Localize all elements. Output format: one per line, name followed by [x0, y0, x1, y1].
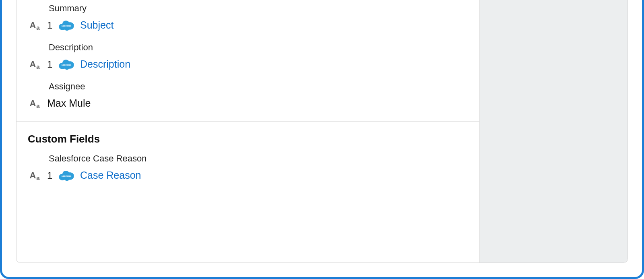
text-type-icon: Aa	[28, 60, 41, 69]
mapping-order-summary: 1	[47, 20, 53, 31]
field-label-case-reason: Salesforce Case Reason	[49, 153, 468, 164]
field-block-summary: Summary Aa 1	[28, 3, 468, 31]
assignee-value: Max Mule	[47, 97, 91, 109]
mapping-order-description: 1	[47, 59, 53, 70]
salesforce-cloud-icon: salesforce	[58, 20, 74, 31]
field-row-case-reason: Aa 1 salesforce	[28, 169, 468, 181]
field-block-assignee: Assignee Aa Max Mule	[28, 81, 468, 109]
mapping-link-subject[interactable]: Subject	[80, 19, 114, 31]
card-container: Summary Aa 1	[16, 0, 628, 263]
field-label-assignee: Assignee	[49, 81, 468, 92]
main-column: Summary Aa 1	[17, 0, 479, 262]
custom-fields-title: Custom Fields	[28, 133, 468, 145]
field-row-summary: Aa 1 salesforce	[28, 19, 468, 31]
side-panel	[479, 0, 627, 262]
mapping-order-case-reason: 1	[47, 170, 53, 181]
custom-fields-section: Custom Fields Salesforce Case Reason Aa …	[17, 121, 479, 193]
svg-text:salesforce: salesforce	[62, 25, 72, 27]
svg-text:salesforce: salesforce	[62, 64, 72, 66]
text-type-icon: Aa	[28, 171, 41, 180]
salesforce-cloud-icon: salesforce	[58, 59, 74, 70]
svg-text:salesforce: salesforce	[62, 175, 72, 177]
salesforce-cloud-icon: salesforce	[58, 170, 74, 181]
text-type-icon: Aa	[28, 21, 41, 30]
field-block-case-reason: Salesforce Case Reason Aa 1	[28, 153, 468, 181]
field-label-description: Description	[49, 42, 468, 53]
text-type-icon: Aa	[28, 99, 41, 108]
field-block-description: Description Aa 1	[28, 42, 468, 70]
mapping-link-case-reason[interactable]: Case Reason	[80, 169, 141, 181]
field-label-summary: Summary	[49, 3, 468, 14]
standard-fields-section: Summary Aa 1	[17, 0, 479, 121]
outer-frame: Summary Aa 1	[0, 0, 644, 279]
field-row-assignee: Aa Max Mule	[28, 97, 468, 109]
mapping-link-description[interactable]: Description	[80, 58, 130, 70]
field-row-description: Aa 1 salesforce	[28, 58, 468, 70]
